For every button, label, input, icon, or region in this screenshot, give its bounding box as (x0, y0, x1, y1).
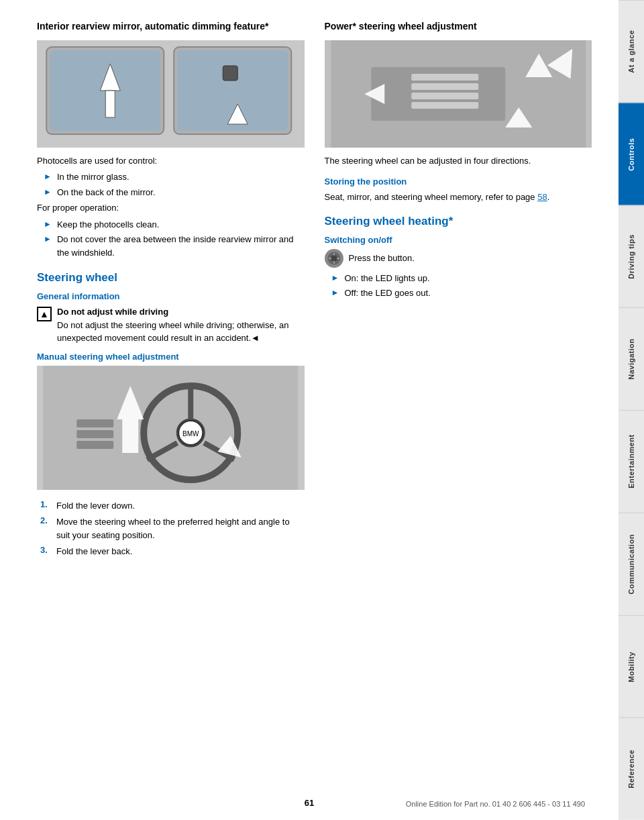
bullet-item-4: ► Do not cover the area between the insi… (37, 233, 305, 259)
switching-title: Switching on/off (325, 235, 592, 245)
step-3-text: Fold the lever back. (56, 545, 132, 558)
right-column: Power* steering wheel adjustment (325, 20, 592, 562)
step-2-num: 2. (40, 515, 51, 525)
sidebar: At a glance Controls Driving tips Naviga… (619, 0, 644, 820)
bullet-text-2: On the back of the mirror. (57, 186, 156, 199)
svg-rect-18 (76, 419, 113, 427)
bullet-text-3: Keep the photocells clean. (57, 218, 160, 232)
switch-instruction-text: Press the button. (349, 253, 415, 263)
page-number: 61 (305, 798, 314, 808)
svg-point-33 (331, 255, 337, 262)
step-1-num: 1. (40, 499, 51, 509)
step-3: 3. Fold the lever back. (40, 545, 305, 558)
sidebar-tab-communication[interactable]: Communication (619, 513, 644, 615)
svg-rect-25 (411, 83, 478, 90)
bullet-item-2: ► On the back of the mirror. (37, 186, 305, 199)
manual-steering-image: BMW (37, 366, 305, 490)
storing-title: Storing the position (325, 176, 592, 187)
bullet-arrow-4: ► (44, 233, 52, 245)
svg-rect-17 (122, 419, 138, 453)
left-column: Interior rearview mirror, automatic dimm… (37, 20, 305, 562)
bullet-text-r2: Off: the LED goes out. (344, 287, 430, 300)
for-proper-text: For proper operation: (37, 201, 305, 215)
result-1: ► On: the LED lights up. (325, 272, 592, 285)
heating-title: Steering wheel heating* (325, 215, 592, 228)
bullet-arrow-2: ► (44, 186, 52, 198)
warning-box: ▲ Do not adjust while driving Do not adj… (37, 305, 305, 345)
bullet-item-3: ► Keep the photocells clean. (37, 218, 305, 232)
svg-rect-26 (411, 93, 478, 99)
svg-rect-24 (411, 74, 478, 81)
switch-row: Press the button. (325, 249, 592, 268)
svg-rect-20 (76, 441, 113, 449)
intro-text: Photocells are used for control: (37, 154, 305, 168)
bullet-text-4: Do not cover the area between the inside… (57, 233, 305, 259)
steering-wheel-title: Steering wheel (37, 271, 305, 285)
step-2: 2. Move the steering wheel to the prefer… (40, 515, 305, 542)
svg-rect-6 (223, 66, 237, 81)
sidebar-tab-driving-tips[interactable]: Driving tips (619, 205, 644, 308)
power-desc: The steering wheel can be adjusted in fo… (325, 154, 592, 168)
svg-rect-8 (43, 366, 298, 490)
sidebar-tab-reference[interactable]: Reference (619, 717, 644, 820)
bullet-item-1: ► In the mirror glass. (37, 170, 305, 184)
bullet-text-1: In the mirror glass. (57, 170, 129, 184)
bullet-text-r1: On: the LED lights up. (344, 272, 429, 285)
warning-icon: ▲ (37, 307, 52, 321)
bullet-arrow-1: ► (44, 170, 52, 183)
bullet-arrow-3: ► (44, 218, 52, 230)
sidebar-tab-navigation[interactable]: Navigation (619, 307, 644, 410)
bullet-arrow-r2: ► (331, 287, 339, 299)
step-3-num: 3. (40, 545, 51, 555)
manual-adj-title: Manual steering wheel adjustment (37, 352, 305, 362)
power-title: Power* steering wheel adjustment (325, 20, 592, 34)
numbered-list: 1. Fold the lever down. 2. Move the stee… (37, 499, 305, 558)
left-section-title: Interior rearview mirror, automatic dimm… (37, 20, 305, 34)
sidebar-tab-controls[interactable]: Controls (619, 103, 644, 205)
step-1-text: Fold the lever down. (56, 499, 135, 513)
svg-rect-27 (411, 102, 478, 109)
step-2-text: Move the steering wheel to the preferred… (56, 515, 305, 542)
main-content: Interior rearview mirror, automatic dimm… (0, 0, 619, 820)
footer-text: Online Edition for Part no. 01 40 2 606 … (406, 800, 585, 808)
storing-desc: Seat, mirror, and steering wheel memory,… (325, 191, 592, 204)
svg-text:BMW: BMW (182, 430, 199, 438)
result-2: ► Off: the LED goes out. (325, 287, 592, 300)
power-steering-image (325, 40, 592, 148)
sidebar-tab-mobility[interactable]: Mobility (619, 615, 644, 718)
general-info-title: General information (37, 291, 305, 301)
page-ref-link[interactable]: 58 (537, 192, 547, 202)
svg-rect-3 (105, 91, 115, 117)
sidebar-tab-at-a-glance[interactable]: At a glance (619, 0, 644, 103)
sidebar-tab-entertainment[interactable]: Entertainment (619, 410, 644, 513)
warning-text: Do not adjust while driving Do not adjus… (57, 305, 305, 345)
mirror-image (37, 40, 305, 148)
bullet-arrow-r1: ► (331, 272, 339, 284)
step-1: 1. Fold the lever down. (40, 499, 305, 513)
svg-rect-19 (76, 430, 113, 438)
heating-button-icon (325, 249, 343, 268)
